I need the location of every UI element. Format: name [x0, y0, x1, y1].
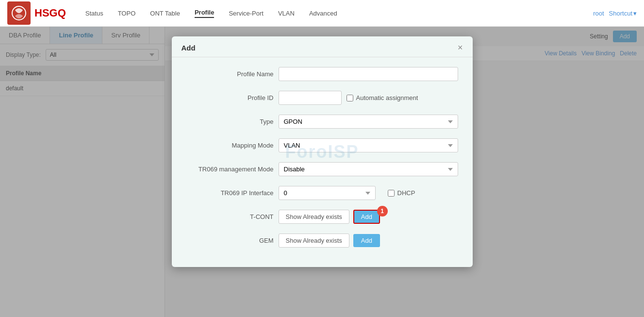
nav-user[interactable]: root [593, 10, 604, 17]
mapping-mode-label: Mapping Mode [186, 142, 274, 149]
main-content: DBA Profile Line Profile Srv Profile Dis… [0, 27, 644, 317]
tr069-mode-select[interactable]: Disable [279, 162, 458, 176]
tcont-show-exists-button[interactable]: Show Already exists [279, 210, 349, 224]
nav-service-port[interactable]: Service-Port [229, 10, 264, 17]
tcont-badge: 1 [377, 206, 388, 217]
tcont-row: T-CONT Show Already exists Add 1 [186, 210, 458, 224]
tr069-ip-label: TR069 IP Interface [186, 189, 274, 197]
nav-shortcut[interactable]: Shortcut ▾ [609, 10, 637, 17]
automatic-assignment-label: Automatic assignment [347, 94, 418, 101]
nav-status[interactable]: Status [85, 10, 103, 17]
gem-show-exists-button[interactable]: Show Already exists [279, 234, 349, 248]
gem-row: GEM Show Already exists Add [186, 234, 458, 248]
mapping-mode-select[interactable]: VLAN [279, 138, 458, 152]
nav-advanced[interactable]: Advanced [309, 10, 337, 17]
type-row: Type GPON [186, 115, 458, 129]
tr069-mode-label: TR069 management Mode [186, 166, 274, 173]
modal-header: Add × [172, 36, 473, 57]
logo-text: HSGQ [34, 7, 66, 19]
mapping-mode-row: Mapping Mode VLAN [186, 138, 458, 152]
dhcp-checkbox[interactable] [388, 190, 395, 197]
nav-vlan[interactable]: VLAN [278, 10, 295, 17]
type-select[interactable]: GPON [279, 115, 458, 129]
modal-overlay: ForoISP Add × Profile Name Profile ID [0, 27, 644, 317]
automatic-assignment-checkbox[interactable] [347, 95, 353, 101]
nav-ont-table[interactable]: ONT Table [150, 10, 180, 17]
tr069-ip-select[interactable]: 0 [279, 186, 376, 200]
profile-id-label: Profile ID [186, 94, 274, 101]
profile-name-row: Profile Name [186, 67, 458, 81]
logo-area: HSGQ [7, 1, 66, 25]
tcont-btn-area: Show Already exists Add 1 [279, 210, 380, 224]
tr069-ip-row: TR069 IP Interface 0 DHCP [186, 186, 458, 200]
profile-id-row: Profile ID Automatic assignment [186, 91, 458, 105]
profile-name-input[interactable] [279, 67, 458, 81]
logo-icon [7, 1, 31, 25]
gem-add-button[interactable]: Add [353, 234, 380, 247]
profile-id-input[interactable] [279, 91, 342, 105]
modal-close-button[interactable]: × [458, 43, 463, 52]
gem-btn-area: Show Already exists Add [279, 234, 380, 248]
top-navigation: HSGQ Status TOPO ONT Table Profile Servi… [0, 0, 644, 27]
type-label: Type [186, 118, 274, 125]
modal-body: Profile Name Profile ID Automatic assign… [172, 57, 473, 267]
tr069-mode-row: TR069 management Mode Disable [186, 162, 458, 176]
dhcp-label: DHCP [388, 189, 415, 197]
tcont-add-button[interactable]: Add [353, 210, 380, 224]
nav-links: Status TOPO ONT Table Profile Service-Po… [85, 9, 593, 18]
modal-title: Add [182, 44, 196, 52]
nav-profile[interactable]: Profile [195, 9, 214, 18]
gem-label: GEM [186, 237, 274, 244]
tcont-label: T-CONT [186, 213, 274, 220]
nav-right: root Shortcut ▾ [593, 10, 637, 17]
nav-topo[interactable]: TOPO [118, 10, 136, 17]
add-modal: ForoISP Add × Profile Name Profile ID [172, 36, 473, 267]
profile-name-label: Profile Name [186, 70, 274, 78]
